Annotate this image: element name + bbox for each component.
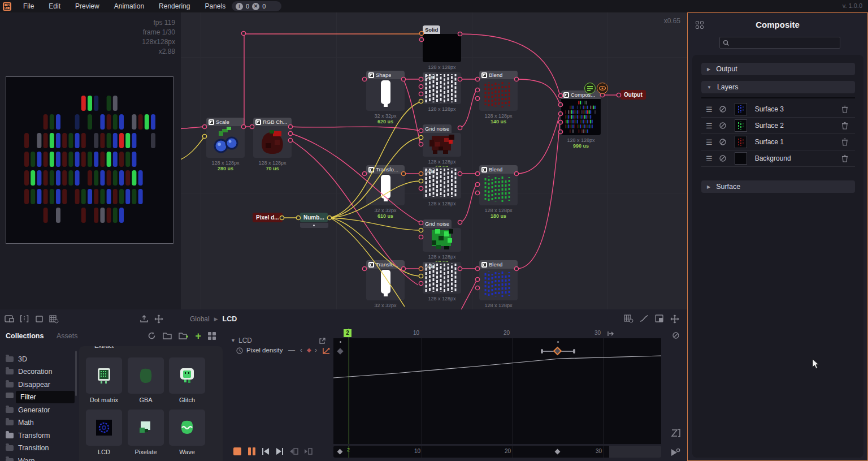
preview-eye-icon[interactable] xyxy=(597,83,608,94)
node-grid-3[interactable]: Grid 128 x 128px xyxy=(423,260,461,301)
category-transition[interactable]: Transition xyxy=(0,442,73,454)
link-toggle-icon[interactable] xyxy=(719,154,727,162)
tab-assets[interactable]: Assets xyxy=(57,332,78,340)
menu-edit[interactable]: Edit xyxy=(41,2,68,10)
link-toggle-icon[interactable] xyxy=(719,105,727,113)
category-disappear[interactable]: Disappear xyxy=(0,378,73,391)
frame-region-icon[interactable] xyxy=(35,314,44,324)
playhead[interactable] xyxy=(349,328,349,444)
breadcrumb-root[interactable]: Global xyxy=(190,315,210,323)
curve-editor-icon[interactable] xyxy=(322,347,331,355)
curve-graph[interactable] xyxy=(333,338,661,444)
node-grid-noise-green[interactable]: Grid noise 128 x 128px50 us xyxy=(423,218,461,265)
node-blend-3[interactable]: Blend 128 x 128px xyxy=(479,260,518,308)
refresh-icon[interactable] xyxy=(147,331,156,340)
layer-row-surface-1[interactable]: ☰ Surface 1 xyxy=(701,134,855,150)
pause-button[interactable] xyxy=(247,447,256,456)
item-pixelate[interactable]: Pixelate xyxy=(128,410,164,455)
node-transform-2[interactable]: Transfo... 32 x 32px xyxy=(366,260,405,308)
app-logo-icon[interactable] xyxy=(3,2,11,11)
category-decoration[interactable]: Decoration xyxy=(0,365,73,378)
remove-key-icon[interactable]: — xyxy=(288,346,295,354)
center-canvas-icon[interactable] xyxy=(154,314,163,324)
node-shape[interactable]: Shape 32 x 32px620 us xyxy=(366,71,405,124)
collapse-arrow-icon[interactable]: ▼ xyxy=(231,338,236,343)
drag-handle-icon[interactable]: ☰ xyxy=(706,122,712,130)
item-dot-matrix[interactable]: Dot matrix xyxy=(86,357,122,403)
split-view-icon[interactable] xyxy=(20,314,30,324)
collections-panel[interactable]: Collections Assets + 3D Decoration Disap… xyxy=(0,328,226,461)
next-keyframe-button[interactable] xyxy=(303,447,313,456)
node-grid-2[interactable]: Grid 128 x 128px xyxy=(423,165,461,206)
trash-icon[interactable] xyxy=(841,138,848,146)
preview-canvas[interactable] xyxy=(6,76,173,244)
prev-keyframe-button[interactable] xyxy=(289,447,298,456)
node-grid-1[interactable]: Grid 128 x 128px xyxy=(423,71,461,112)
grid-settings-icon[interactable] xyxy=(49,314,59,324)
node-grid-noise-red[interactable]: Grid noise 128 x 128px50 us xyxy=(423,123,461,170)
link-toggle-icon[interactable] xyxy=(719,138,727,146)
category-warp[interactable]: Warp xyxy=(0,455,73,461)
trash-icon[interactable] xyxy=(841,154,848,162)
preview-panel[interactable]: fps 119 frame 1/30 128x128px x2.88 xyxy=(0,12,181,309)
link-toggle-icon[interactable] xyxy=(719,122,727,130)
item-wave[interactable]: Wave xyxy=(169,410,205,455)
lock-preview-icon[interactable] xyxy=(5,314,15,324)
category-scrollbar[interactable] xyxy=(75,351,77,396)
keyframe-dot[interactable] xyxy=(340,341,341,343)
inspector-search-input[interactable] xyxy=(719,37,840,49)
handle-right-cap[interactable] xyxy=(573,349,575,354)
category-filter-selected[interactable]: Filter xyxy=(16,391,75,403)
overview-playhead[interactable] xyxy=(349,446,349,458)
node-scale[interactable]: Scale 128 x 128px280 us xyxy=(206,118,245,171)
category-transform[interactable]: Transform xyxy=(0,429,73,442)
menu-animation[interactable]: Animation xyxy=(107,2,151,10)
center-graph-icon[interactable] xyxy=(670,314,679,324)
menu-file[interactable]: File xyxy=(16,2,41,10)
keyframe-dot[interactable] xyxy=(557,341,559,343)
section-surface[interactable]: ▶ Surface xyxy=(701,180,855,193)
item-lcd[interactable]: LCD xyxy=(86,410,122,455)
tab-collections[interactable]: Collections xyxy=(6,332,44,340)
section-output[interactable]: ▶ Output xyxy=(701,63,855,75)
notification-counters[interactable]: ! 0 ✕ 0 xyxy=(232,1,281,11)
layer-row-background[interactable]: ☰ Background xyxy=(701,150,855,167)
external-link-icon[interactable] xyxy=(319,337,326,344)
node-rgb-channel[interactable]: RGB Ch... 128 x 128px70 us xyxy=(253,118,292,171)
node-blend-1[interactable]: Blend 128 x 128px140 us xyxy=(479,71,518,124)
item-gba[interactable]: GBA xyxy=(128,357,164,403)
timeline-panel[interactable]: ▼ LCD Pixel density — ‹ ◆ › 2 10 20 30 xyxy=(226,328,687,461)
graph-grid-icon[interactable] xyxy=(624,314,633,323)
category-generator[interactable]: Generator xyxy=(0,404,73,416)
handle-left-cap[interactable] xyxy=(541,349,543,354)
go-start-button[interactable] xyxy=(261,447,270,456)
section-layers[interactable]: ▼ Layers xyxy=(701,81,855,93)
node-graph[interactable]: x0.65 Scale 128 x 128px280 us RGB Ch... … xyxy=(181,12,687,309)
layer-row-surface-2[interactable]: ☰ Surface 2 xyxy=(701,118,855,134)
inspector-panel[interactable]: Composite ▶ Output ▼ Layers ☰ Surface 3 … xyxy=(687,12,868,461)
menu-preview[interactable]: Preview xyxy=(68,2,107,10)
drag-handle-icon[interactable]: ☰ xyxy=(706,138,712,147)
menu-rendering[interactable]: Rendering xyxy=(151,2,197,10)
timeline-overview[interactable]: 10 20 30 2 xyxy=(333,446,661,458)
prev-key-icon[interactable]: ‹ xyxy=(300,346,302,354)
track-name[interactable]: LCD xyxy=(238,337,252,344)
node-composite[interactable]: Compos... 128 x 128px990 us xyxy=(561,91,601,149)
node-solid[interactable]: Solid 128 x 128px xyxy=(423,24,461,70)
jump-end-icon[interactable] xyxy=(607,331,615,337)
node-number[interactable]: Numb... xyxy=(300,213,328,222)
trash-icon[interactable] xyxy=(841,105,848,113)
node-transform-1[interactable]: Transfo... 32 x 32px610 us xyxy=(366,165,405,219)
export-icon[interactable] xyxy=(140,314,149,324)
node-output[interactable]: Output xyxy=(620,90,646,100)
node-pixel-density[interactable]: Pixel d... xyxy=(253,213,283,222)
drag-handle-icon[interactable]: ☰ xyxy=(706,105,712,114)
menu-panels[interactable]: Panels xyxy=(197,2,233,10)
category-math[interactable]: Math xyxy=(0,416,73,429)
play-settings-icon[interactable] xyxy=(670,448,680,457)
category-3d[interactable]: 3D xyxy=(0,353,73,365)
animation-curve[interactable] xyxy=(333,356,661,378)
item-glitch[interactable]: Glitch xyxy=(169,357,205,403)
current-frame-badge[interactable]: 2 xyxy=(344,329,351,337)
view-grid-icon[interactable] xyxy=(208,332,216,340)
